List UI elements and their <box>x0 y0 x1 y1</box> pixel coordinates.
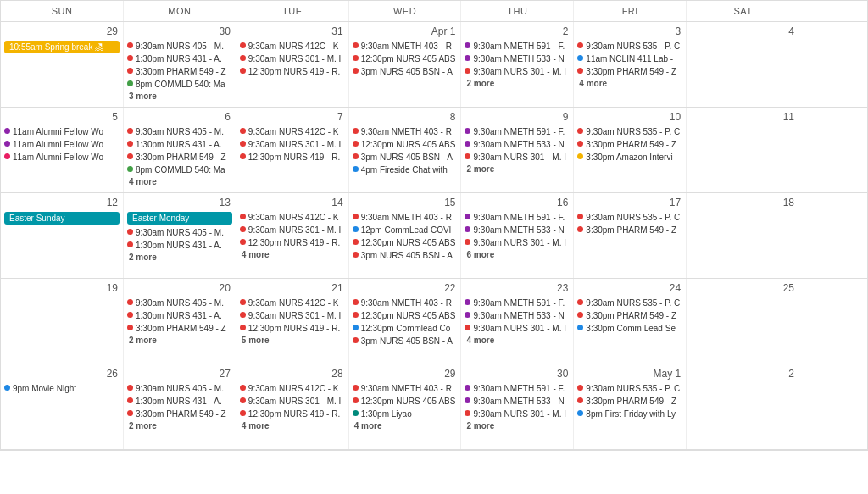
event[interactable]: 9:30am NURS 412C - K <box>240 41 345 52</box>
day-cell[interactable]: 99:30am NMETH 591 - F.9:30am NMETH 533 -… <box>461 108 574 192</box>
event[interactable]: 1:30pm NURS 431 - A. <box>127 53 232 64</box>
more-events-link[interactable]: 4 more <box>465 336 570 345</box>
event[interactable]: 3pm NURS 405 BSN - A <box>353 152 458 163</box>
event[interactable]: 1:30pm Liyao <box>353 408 458 419</box>
event[interactable]: 9:30am NURS 535 - P. C <box>577 41 682 52</box>
event[interactable]: 9:30am NURS 301 - M. I <box>240 396 345 407</box>
more-events-link[interactable]: 5 more <box>240 336 345 345</box>
day-cell[interactable]: 299:30am NMETH 403 - R12:30pm NURS 405 A… <box>349 364 462 449</box>
day-cell[interactable]: 249:30am NURS 535 - P. C3:30pm PHARM 549… <box>574 279 687 364</box>
event[interactable]: 12pm CommLead COVI <box>353 225 458 236</box>
spring-break-banner[interactable]: 10:55am Spring break 🏖 <box>4 41 120 53</box>
more-events-link[interactable]: 2 more <box>127 253 232 262</box>
event[interactable]: 9:30am NURS 301 - M. I <box>465 152 570 163</box>
day-cell[interactable]: 511am Alumni Fellow Wo11am Alumni Fellow… <box>1 108 124 192</box>
more-events-link[interactable]: 4 more <box>240 421 345 430</box>
event[interactable]: 3:30pm PHARM 549 - Z <box>577 225 682 236</box>
event[interactable]: 9:30am NMETH 403 - R <box>353 41 458 52</box>
event[interactable]: 9:30am NMETH 403 - R <box>353 126 458 137</box>
event[interactable]: 8pm COMMLD 540: Ma <box>127 79 232 90</box>
event[interactable]: 12:30pm NURS 419 - R. <box>240 66 345 77</box>
event[interactable]: 9:30am NURS 412C - K <box>240 212 345 223</box>
day-cell[interactable]: Apr 19:30am NMETH 403 - R12:30pm NURS 40… <box>349 22 462 107</box>
event[interactable]: 3:30pm PHARM 549 - Z <box>577 310 682 321</box>
event[interactable]: 9:30am NMETH 591 - F. <box>465 297 570 308</box>
event[interactable]: 9:30am NURS 535 - P. C <box>577 212 682 223</box>
event[interactable]: 3:30pm PHARM 549 - Z <box>577 66 682 77</box>
day-cell[interactable]: 11 <box>687 108 799 192</box>
easter-monday-banner[interactable]: Easter Monday <box>127 212 232 225</box>
event[interactable]: 9:30am NMETH 403 - R <box>353 212 458 223</box>
event[interactable]: 12:30pm NURS 419 - R. <box>240 323 345 334</box>
event[interactable]: 9:30am NURS 412C - K <box>240 383 345 394</box>
day-cell[interactable]: 269pm Movie Night <box>1 364 124 449</box>
day-cell[interactable]: 89:30am NMETH 403 - R12:30pm NURS 405 AB… <box>349 108 462 192</box>
event[interactable]: 4pm Fireside Chat with <box>353 164 458 175</box>
event[interactable]: 11am Alumni Fellow Wo <box>4 152 120 163</box>
event[interactable]: 9:30am NURS 535 - P. C <box>577 126 682 137</box>
more-events-link[interactable]: 6 more <box>465 250 570 259</box>
event[interactable]: 9:30am NURS 301 - M. I <box>240 53 345 64</box>
event[interactable]: 1:30pm NURS 431 - A. <box>127 396 232 407</box>
event[interactable]: 9:30am NURS 301 - M. I <box>465 237 570 248</box>
event[interactable]: 3:30pm PHARM 549 - Z <box>127 152 232 163</box>
day-cell[interactable]: 13Easter Monday9:30am NURS 405 - M.1:30p… <box>124 193 236 278</box>
event[interactable]: 3pm NURS 405 BSN - A <box>353 336 458 347</box>
event[interactable]: 3:30pm Comm Lead Se <box>577 323 682 334</box>
event[interactable]: 9:30am NMETH 591 - F. <box>465 212 570 223</box>
day-cell[interactable]: 209:30am NURS 405 - M.1:30pm NURS 431 - … <box>124 279 236 364</box>
event[interactable]: 9:30am NURS 301 - M. I <box>465 323 570 334</box>
day-cell[interactable]: May 19:30am NURS 535 - P. C3:30pm PHARM … <box>574 364 687 449</box>
event[interactable]: 9pm Movie Night <box>4 383 120 394</box>
event[interactable]: 3:30pm PHARM 549 - Z <box>127 66 232 77</box>
event[interactable]: 12:30pm NURS 405 ABS <box>353 53 458 64</box>
day-cell[interactable]: 2910:55am Spring break 🏖 <box>1 22 124 107</box>
day-cell[interactable]: 109:30am NURS 535 - P. C3:30pm PHARM 549… <box>574 108 687 192</box>
event[interactable]: 9:30am NMETH 591 - F. <box>465 126 570 137</box>
event[interactable]: 9:30am NURS 405 - M. <box>127 227 232 238</box>
event[interactable]: 11am Alumni Fellow Wo <box>4 139 120 150</box>
more-events-link[interactable]: 4 more <box>240 250 345 259</box>
event[interactable]: 9:30am NURS 301 - M. I <box>465 408 570 419</box>
day-cell[interactable]: 309:30am NURS 405 - M.1:30pm NURS 431 - … <box>124 22 236 107</box>
event[interactable]: 12:30pm NURS 405 ABS <box>353 237 458 248</box>
more-events-link[interactable]: 2 more <box>127 336 232 345</box>
day-cell[interactable]: 25 <box>687 279 799 364</box>
event[interactable]: 9:30am NMETH 533 - N <box>465 53 570 64</box>
event[interactable]: 9:30am NURS 412C - K <box>240 126 345 137</box>
event[interactable]: 12:30pm NURS 405 ABS <box>353 396 458 407</box>
event[interactable]: 9:30am NURS 405 - M. <box>127 41 232 52</box>
event[interactable]: 8pm First Friday with Ly <box>577 408 682 419</box>
event[interactable]: 12:30pm NURS 405 ABS <box>353 310 458 321</box>
day-cell[interactable]: 289:30am NURS 412C - K9:30am NURS 301 - … <box>236 364 349 449</box>
day-cell[interactable]: 309:30am NMETH 591 - F.9:30am NMETH 533 … <box>461 364 574 449</box>
event[interactable]: 9:30am NMETH 533 - N <box>465 225 570 236</box>
event[interactable]: 9:30am NURS 535 - P. C <box>577 297 682 308</box>
day-cell[interactable]: 279:30am NURS 405 - M.1:30pm NURS 431 - … <box>124 364 236 449</box>
event[interactable]: 9:30am NURS 301 - M. I <box>240 139 345 150</box>
more-events-link[interactable]: 4 more <box>127 177 232 186</box>
more-events-link[interactable]: 4 more <box>353 421 458 430</box>
more-events-link[interactable]: 4 more <box>577 79 682 88</box>
event[interactable]: 1:30pm NURS 431 - A. <box>127 139 232 150</box>
day-cell[interactable]: 239:30am NMETH 591 - F.9:30am NMETH 533 … <box>461 279 574 364</box>
event[interactable]: 9:30am NURS 301 - M. I <box>240 310 345 321</box>
event[interactable]: 3:30pm PHARM 549 - Z <box>127 323 232 334</box>
day-cell[interactable]: 159:30am NMETH 403 - R12pm CommLead COVI… <box>349 193 462 278</box>
event[interactable]: 9:30am NURS 405 - M. <box>127 297 232 308</box>
event[interactable]: 1:30pm NURS 431 - A. <box>127 240 232 251</box>
event[interactable]: 9:30am NMETH 591 - F. <box>465 383 570 394</box>
event[interactable]: 9:30am NMETH 533 - N <box>465 139 570 150</box>
more-events-link[interactable]: 2 more <box>127 421 232 430</box>
day-cell[interactable]: 2 <box>687 364 799 449</box>
event[interactable]: 3:30pm PHARM 549 - Z <box>577 139 682 150</box>
day-cell[interactable]: 29:30am NMETH 591 - F.9:30am NMETH 533 -… <box>461 22 574 107</box>
day-cell[interactable]: 79:30am NURS 412C - K9:30am NURS 301 - M… <box>236 108 349 192</box>
day-cell[interactable]: 69:30am NURS 405 - M.1:30pm NURS 431 - A… <box>124 108 236 192</box>
day-cell[interactable]: 39:30am NURS 535 - P. C11am NCLIN 411 La… <box>574 22 687 107</box>
more-events-link[interactable]: 3 more <box>127 92 232 101</box>
more-events-link[interactable]: 2 more <box>465 164 570 174</box>
event[interactable]: 9:30am NURS 535 - P. C <box>577 383 682 394</box>
day-cell[interactable]: 18 <box>687 193 799 278</box>
day-cell[interactable]: 219:30am NURS 412C - K9:30am NURS 301 - … <box>236 279 349 364</box>
